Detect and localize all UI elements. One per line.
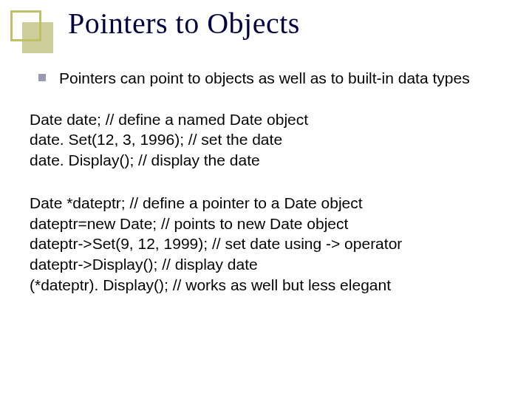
bullet-square-icon	[38, 74, 46, 81]
code-line: dateptr->Set(9, 12, 1999); // set date u…	[30, 233, 502, 254]
code-line: date. Set(12, 3, 1996); // set the date	[30, 129, 502, 150]
code-line: Date date; // define a named Date object	[30, 109, 502, 130]
corner-decoration	[10, 10, 50, 50]
bullet-text: Pointers can point to objects as well as…	[59, 68, 502, 89]
code-block-2: Date *dateptr; // define a pointer to a …	[30, 193, 502, 296]
corner-square-outline	[10, 10, 41, 41]
code-block-1: Date date; // define a named Date object…	[30, 109, 502, 171]
code-line: Date *dateptr; // define a pointer to a …	[30, 193, 502, 214]
code-line: dateptr->Display(); // display date	[30, 254, 502, 275]
slide-title: Pointers to Objects	[68, 6, 300, 41]
code-line: dateptr=new Date; // points to new Date …	[30, 214, 502, 234]
bullet-item: Pointers can point to objects as well as…	[30, 68, 502, 89]
slide: Pointers to Objects Pointers can point t…	[0, 0, 532, 399]
code-line: date. Display(); // display the date	[30, 150, 502, 171]
code-line: (*dateptr). Display(); // works as well …	[30, 275, 502, 296]
slide-body: Pointers can point to objects as well as…	[30, 68, 502, 317]
